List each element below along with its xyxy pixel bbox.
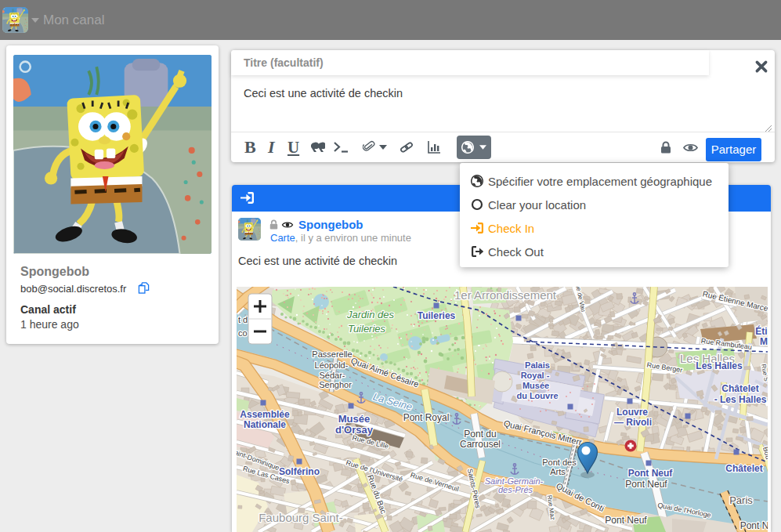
svg-text:Senghor: Senghor <box>319 380 352 389</box>
svg-text:Jardin des: Jardin des <box>346 309 394 320</box>
svg-text:- Les Halles: - Les Halles <box>714 394 767 405</box>
svg-text:du Louvre: du Louvre <box>516 391 558 400</box>
svg-text:Musée: Musée <box>522 381 549 390</box>
svg-text:Châtelet: Châtelet <box>721 383 758 394</box>
svg-text:Tuileries: Tuileries <box>348 323 386 335</box>
svg-text:Pont du: Pont du <box>464 429 496 440</box>
svg-text:M: M <box>760 336 768 347</box>
svg-text:— Rivoli: — Rivoli <box>614 417 652 428</box>
svg-text:Arts: Arts <box>550 467 566 476</box>
svg-text:Nationale: Nationale <box>244 419 286 430</box>
svg-text:Châtelet: Châtelet <box>725 463 762 474</box>
svg-text:Pont N: Pont N <box>740 520 768 531</box>
svg-text:Pont Royal: Pont Royal <box>403 412 450 423</box>
svg-text:Pont Neuf: Pont Neuf <box>628 468 674 479</box>
svg-text:Léopold-: Léopold- <box>315 360 349 370</box>
svg-text:Les Halles: Les Halles <box>696 360 743 371</box>
svg-text:Louvre: Louvre <box>616 407 648 418</box>
svg-text:Musée: Musée <box>338 413 370 425</box>
svg-text:Éti: Éti <box>755 325 767 337</box>
svg-text:Assemblée: Assemblée <box>240 409 290 420</box>
svg-text:Palais: Palais <box>525 360 550 370</box>
svg-text:Royal -: Royal - <box>521 371 550 380</box>
svg-text:Pont Neuf: Pont Neuf <box>625 479 667 490</box>
svg-text:Pont Neuf: Pont Neuf <box>605 515 647 526</box>
svg-text:des-Prés: des-Prés <box>498 485 533 494</box>
svg-text:Carrousel: Carrousel <box>460 439 501 450</box>
svg-text:Tuileries: Tuileries <box>418 310 456 321</box>
svg-text:1er Arrondissement: 1er Arrondissement <box>454 288 557 302</box>
svg-text:Paris: Paris <box>729 494 753 506</box>
svg-text:Faubourg Saint-: Faubourg Saint- <box>259 511 343 524</box>
svg-text:Pont des: Pont des <box>542 458 577 467</box>
svg-text:co: co <box>238 328 248 338</box>
svg-text:t d: t d <box>238 315 248 324</box>
svg-text:Passerelle: Passerelle <box>312 349 352 359</box>
svg-text:Sédar-: Sédar- <box>319 371 345 380</box>
